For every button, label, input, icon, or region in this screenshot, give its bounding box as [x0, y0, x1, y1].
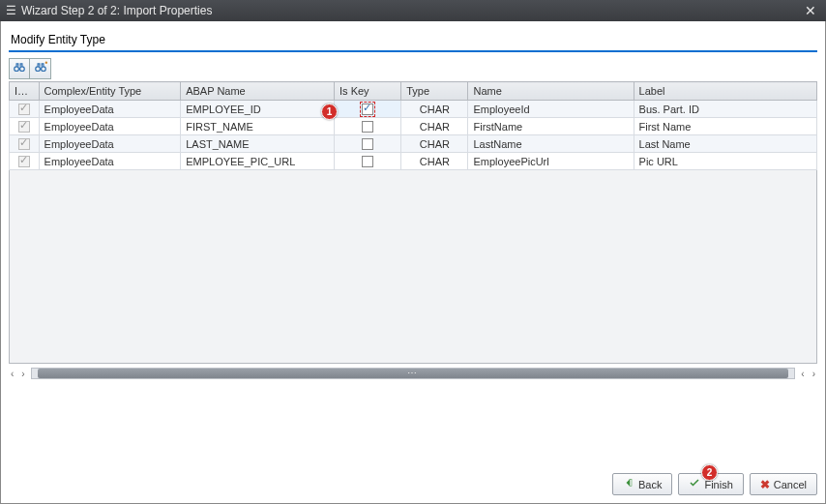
close-icon[interactable]: ✕: [801, 3, 820, 18]
cell-entity-type: EmployeeData: [39, 101, 181, 118]
table-row[interactable]: EmployeeDataEMPLOYEE_IDCHAREmployeeIdBus…: [10, 101, 817, 118]
table-row[interactable]: EmployeeDataFIRST_NAMECHARFirstNameFirst…: [10, 118, 817, 135]
toolbar: [9, 58, 817, 79]
table-wrap: IsE… Complex/Entity Type ABAP Name Is Ke…: [9, 81, 817, 364]
cell-is-key[interactable]: [335, 153, 401, 170]
scrollbar-track[interactable]: [31, 368, 796, 379]
scroll-left2-icon[interactable]: ‹: [799, 369, 806, 379]
col-header-iskey[interactable]: Is Key: [335, 82, 401, 101]
cell-is-key[interactable]: [335, 135, 401, 153]
properties-table: IsE… Complex/Entity Type ABAP Name Is Ke…: [9, 81, 817, 170]
cancel-label: Cancel: [774, 479, 807, 490]
footer: Back Finish ✖ Cancel: [9, 465, 817, 495]
is-entity-checkbox: [18, 156, 30, 167]
window-title: Wizard Step 2 of 2: Import Properties: [21, 4, 801, 17]
content-area: Modify Entity Type IsE… Complex/Entity T…: [0, 21, 826, 504]
cell-dtype: CHAR: [401, 135, 468, 153]
svg-rect-4: [630, 480, 632, 487]
cell-is-key[interactable]: [335, 101, 401, 118]
back-label: Back: [638, 479, 662, 490]
is-key-checkbox[interactable]: [362, 156, 373, 167]
cell-entity-type: EmployeeData: [39, 135, 181, 153]
cell-label: First Name: [634, 118, 816, 135]
section-heading: Modify Entity Type: [9, 29, 817, 52]
cancel-button[interactable]: ✖ Cancel: [750, 473, 817, 495]
table-row[interactable]: EmployeeDataEMPLOYEE_PIC_URLCHAREmployee…: [10, 153, 817, 170]
cell-abap-name: EMPLOYEE_PIC_URL: [181, 153, 335, 170]
cell-abap-name: FIRST_NAME: [181, 118, 335, 135]
is-entity-checkbox: [18, 121, 30, 133]
cell-ise: [10, 118, 40, 135]
cell-name: EmployeePicUrl: [468, 153, 634, 170]
col-header-complex[interactable]: Complex/Entity Type: [39, 82, 181, 101]
is-entity-checkbox: [18, 104, 30, 115]
svg-point-1: [20, 66, 25, 71]
is-key-checkbox[interactable]: [362, 104, 373, 115]
table-row[interactable]: EmployeeDataLAST_NAMECHARLastNameLast Na…: [10, 135, 817, 153]
cell-ise: [10, 135, 40, 153]
cell-is-key[interactable]: [335, 118, 401, 135]
finish-label: Finish: [704, 479, 732, 490]
cell-dtype: CHAR: [401, 153, 468, 170]
scroll-right-icon[interactable]: ›: [19, 369, 26, 379]
titlebar: ☰ Wizard Step 2 of 2: Import Properties …: [0, 0, 826, 21]
back-button[interactable]: Back: [612, 473, 672, 495]
cell-entity-type: EmployeeData: [39, 118, 181, 135]
check-icon: [689, 477, 700, 491]
svg-point-2: [35, 66, 40, 71]
back-icon: [623, 477, 634, 491]
svg-point-0: [15, 66, 19, 71]
cell-name: LastName: [468, 135, 634, 153]
cell-entity-type: EmployeeData: [39, 153, 181, 170]
binoculars-plus-icon: [34, 61, 47, 77]
col-header-ise[interactable]: IsE…: [10, 82, 40, 101]
col-header-label[interactable]: Label: [634, 82, 816, 101]
app-icon: ☰: [6, 4, 16, 17]
find-button[interactable]: [9, 58, 30, 79]
horizontal-scroll: ‹ › ‹ ›: [9, 368, 817, 379]
cancel-icon: ✖: [760, 478, 770, 491]
cell-label: Bus. Part. ID: [634, 101, 816, 118]
is-key-checkbox[interactable]: [362, 121, 373, 133]
cell-label: Last Name: [634, 135, 816, 153]
cell-name: EmployeeId: [468, 101, 634, 118]
table-header-row: IsE… Complex/Entity Type ABAP Name Is Ke…: [10, 82, 817, 101]
cell-ise: [10, 101, 40, 118]
cell-label: Pic URL: [634, 153, 816, 170]
scroll-right2-icon[interactable]: ›: [811, 369, 817, 379]
binoculars-icon: [13, 61, 26, 77]
cell-abap-name: LAST_NAME: [181, 135, 335, 153]
cell-name: FirstName: [468, 118, 634, 135]
cell-dtype: CHAR: [401, 118, 468, 135]
cell-dtype: CHAR: [401, 101, 468, 118]
cell-ise: [10, 153, 40, 170]
col-header-type[interactable]: Type: [401, 82, 468, 101]
finish-button[interactable]: Finish: [678, 473, 743, 495]
is-entity-checkbox: [18, 138, 30, 150]
col-header-name[interactable]: Name: [468, 82, 634, 101]
table-empty-area: [9, 170, 817, 364]
scrollbar-thumb[interactable]: [38, 369, 789, 378]
col-header-abap[interactable]: ABAP Name: [181, 82, 335, 101]
find-next-button[interactable]: [30, 58, 51, 79]
svg-point-3: [41, 66, 45, 71]
scroll-left-icon[interactable]: ‹: [9, 369, 15, 379]
cell-abap-name: EMPLOYEE_ID: [181, 101, 335, 118]
is-key-checkbox[interactable]: [362, 138, 373, 150]
